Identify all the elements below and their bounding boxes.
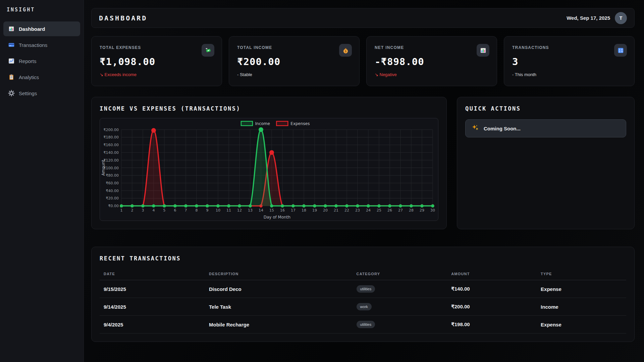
- main-content: DASHBOARD Wed, Sep 17, 2025 T TOTAL EXPE…: [84, 0, 644, 362]
- sidebar-item-label: Reports: [19, 58, 37, 64]
- coming-soon-button[interactable]: Coming Soon...: [465, 119, 626, 137]
- income-vs-expenses-panel: INCOME VS EXPENSES (TRANSACTIONS) ₹0.00₹…: [91, 97, 447, 229]
- svg-text:4: 4: [152, 208, 155, 213]
- cell-type: Income: [537, 298, 626, 316]
- sidebar-item-analytics[interactable]: Analytics: [3, 70, 80, 84]
- transactions-table: DATE DESCRIPTION CATEGORY AMOUNT TYPE 9/…: [100, 268, 626, 334]
- money-bag-icon: $: [339, 44, 352, 57]
- stat-value: ₹1,098.00: [100, 56, 214, 67]
- cell-date: 9/15/2025: [100, 280, 205, 298]
- cell-amount: ₹140.00: [447, 280, 537, 298]
- svg-text:28: 28: [409, 208, 414, 213]
- svg-text:5: 5: [163, 208, 165, 213]
- sparkles-icon: [472, 124, 479, 133]
- svg-text:Expenses: Expenses: [290, 121, 310, 126]
- svg-text:6: 6: [174, 208, 176, 213]
- svg-text:$: $: [344, 49, 346, 53]
- sidebar-item-label: Analytics: [19, 74, 39, 80]
- stats-row: TOTAL EXPENSES ₹1,098.00 ↘ Exceeds incom…: [91, 36, 635, 86]
- column-header-description: DESCRIPTION: [205, 268, 353, 280]
- stat-card-total-income: TOTAL INCOME $ ₹200.00 - Stable: [229, 36, 360, 86]
- stat-value: -₹898.00: [375, 56, 489, 67]
- svg-text:8: 8: [195, 208, 198, 213]
- stat-label: NET INCOME: [375, 45, 489, 50]
- svg-text:25: 25: [377, 208, 381, 213]
- svg-text:13: 13: [248, 208, 253, 213]
- svg-text:9: 9: [206, 208, 208, 213]
- stat-label: TRANSACTIONS: [512, 45, 626, 50]
- gear-icon: [8, 90, 15, 97]
- cell-description: Tele Task: [205, 298, 353, 316]
- svg-text:₹200.00: ₹200.00: [104, 128, 119, 132]
- svg-text:₹0.00: ₹0.00: [108, 204, 119, 208]
- svg-text:26: 26: [387, 208, 392, 213]
- svg-text:₹120.00: ₹120.00: [104, 158, 119, 163]
- page-header: DASHBOARD Wed, Sep 17, 2025 T: [91, 8, 635, 28]
- svg-text:18: 18: [302, 208, 306, 213]
- stat-label: TOTAL EXPENSES: [100, 45, 214, 50]
- credit-card-icon: [8, 42, 15, 48]
- clipboard-icon: [8, 74, 15, 80]
- svg-text:₹80.00: ₹80.00: [106, 173, 119, 178]
- svg-text:17: 17: [291, 208, 296, 213]
- category-badge: utilities: [357, 321, 375, 328]
- table-row: 9/14/2025 Tele Task work ₹200.00 Income: [100, 298, 626, 316]
- svg-text:24: 24: [366, 208, 371, 213]
- cell-category: utilities: [353, 280, 447, 298]
- quick-actions-title: QUICK ACTIONS: [465, 105, 626, 112]
- svg-text:₹160.00: ₹160.00: [104, 143, 119, 147]
- svg-text:19: 19: [312, 208, 317, 213]
- svg-text:2: 2: [131, 208, 133, 213]
- chart-canvas[interactable]: ₹0.00₹20.00₹40.00₹60.00₹80.00₹100.00₹120…: [100, 118, 438, 221]
- svg-text:₹180.00: ₹180.00: [104, 135, 119, 140]
- avatar[interactable]: T: [615, 12, 627, 24]
- cell-date: 9/14/2025: [100, 298, 205, 316]
- cell-date: 9/4/2025: [100, 316, 205, 334]
- svg-text:1: 1: [120, 208, 122, 213]
- sidebar-item-reports[interactable]: Reports: [3, 54, 80, 68]
- cell-description: Mobile Recharge: [205, 316, 353, 334]
- recent-transactions-title: RECENT TRANSACTIONS: [100, 255, 626, 262]
- header-date: Wed, Sep 17, 2025: [567, 15, 610, 21]
- cell-amount: ₹200.00: [447, 298, 537, 316]
- sidebar-item-label: Settings: [19, 90, 37, 96]
- input-numbers-icon: 1 23 4: [614, 44, 627, 57]
- bar-chart-icon: [477, 44, 489, 57]
- quick-actions-panel: QUICK ACTIONS Coming Soon...: [457, 97, 635, 229]
- stat-status: ↘ Negative: [375, 72, 489, 77]
- cell-type: Expense: [537, 316, 626, 334]
- column-header-category: CATEGORY: [353, 268, 447, 280]
- stat-card-total-expenses: TOTAL EXPENSES ₹1,098.00 ↘ Exceeds incom…: [91, 36, 222, 86]
- svg-text:₹20.00: ₹20.00: [106, 196, 119, 201]
- sidebar: INSIGHT Dashboard Transactions Reports A…: [0, 0, 84, 362]
- svg-text:₹140.00: ₹140.00: [104, 150, 119, 155]
- svg-text:21: 21: [334, 208, 338, 213]
- cell-description: Discord Deco: [205, 280, 353, 298]
- svg-text:3 4: 3 4: [619, 50, 623, 52]
- sidebar-item-transactions[interactable]: Transactions: [3, 38, 80, 52]
- recent-transactions-panel: RECENT TRANSACTIONS DATE DESCRIPTION CAT…: [91, 247, 635, 342]
- cell-category: utilities: [353, 316, 447, 334]
- svg-text:14: 14: [259, 208, 263, 213]
- svg-text:11: 11: [226, 208, 231, 213]
- sidebar-item-label: Transactions: [19, 42, 47, 48]
- svg-text:15: 15: [269, 208, 274, 213]
- stat-status: ↘ Exceeds income: [100, 72, 214, 77]
- sidebar-item-settings[interactable]: Settings: [3, 86, 80, 101]
- cell-amount: ₹198.00: [447, 316, 537, 334]
- money-with-wings-icon: [202, 44, 214, 57]
- svg-text:₹100.00: ₹100.00: [104, 166, 119, 170]
- svg-text:30: 30: [430, 208, 435, 213]
- stat-card-transactions: TRANSACTIONS 1 23 4 3 - This month: [504, 36, 635, 86]
- table-row: 9/4/2025 Mobile Recharge utilities ₹198.…: [100, 316, 626, 334]
- brand-logo: INSIGHT: [0, 5, 84, 20]
- svg-text:₹40.00: ₹40.00: [106, 189, 119, 193]
- stat-status: - Stable: [237, 72, 351, 77]
- chart-up-icon: [8, 58, 15, 64]
- svg-text:1 2: 1 2: [619, 48, 622, 50]
- sidebar-item-dashboard[interactable]: Dashboard: [3, 21, 80, 36]
- charts-row: INCOME VS EXPENSES (TRANSACTIONS) ₹0.00₹…: [91, 97, 635, 229]
- column-header-amount: AMOUNT: [447, 268, 537, 280]
- page-title: DASHBOARD: [99, 14, 147, 22]
- svg-text:Day of Month: Day of Month: [264, 215, 290, 220]
